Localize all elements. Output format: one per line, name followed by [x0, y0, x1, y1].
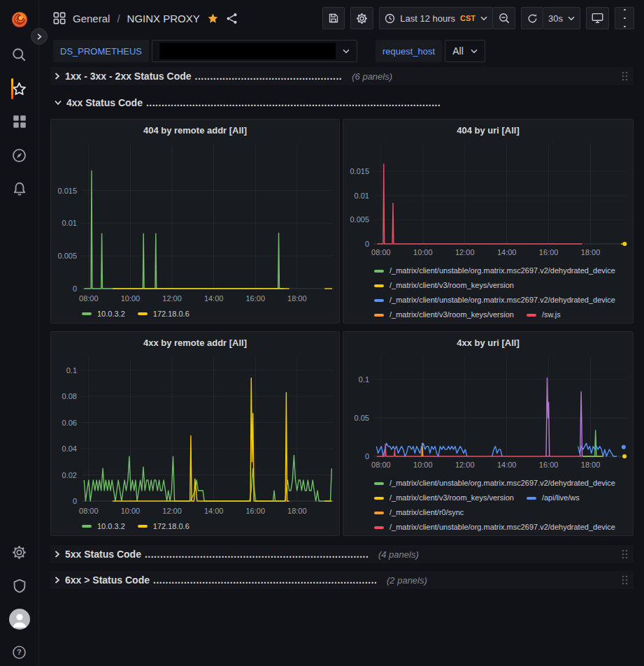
row-header-5xx[interactable]: 5xx Status Code ........................… [50, 545, 634, 563]
chevron-right-icon [55, 73, 60, 80]
save-icon [328, 13, 339, 24]
series-end-dot [622, 454, 627, 458]
refresh-button[interactable] [521, 7, 543, 29]
chart-canvas[interactable]: 00.0050.010.01508:0010:0012:0014:0016:00… [343, 140, 633, 261]
x-axis-tick-label: 08:00 [79, 294, 99, 303]
gear-icon [12, 545, 27, 560]
row-title-dots: ........................................… [145, 549, 368, 560]
sidebar-item-profile[interactable] [0, 605, 38, 633]
legend-swatch [374, 497, 384, 500]
sidebar-item-starred[interactable] [0, 75, 38, 103]
chevron-down-icon [343, 49, 350, 54]
sidebar-item-explore[interactable] [0, 141, 38, 169]
y-axis-tick-label: 0.05 [355, 414, 369, 422]
sidebar-expand-button[interactable] [31, 28, 48, 45]
chart-canvas[interactable]: 00.050.108:0010:0012:0014:0016:0018:00 [343, 353, 633, 473]
legend-item[interactable]: /_matrix/client/v3/room_keys/version [374, 491, 514, 505]
favorite-star-icon[interactable] [207, 13, 219, 24]
legend-item[interactable]: /sw.js [527, 307, 561, 321]
panel-title[interactable]: 404 by uri [All] [343, 120, 633, 140]
variable-dropdown-ds-prometheus[interactable] [152, 40, 357, 62]
x-axis-tick-label: 16:00 [245, 294, 265, 303]
legend-item[interactable]: /api/live/ws [527, 491, 580, 505]
legend-item[interactable]: /_matrix/client/unstable/org.matrix.msc2… [374, 476, 615, 491]
row-title: 1xx - 3xx - 2xx Status Code [65, 71, 192, 82]
legend-item[interactable]: 10.0.3.2 [82, 522, 125, 530]
breadcrumb-dashboard-title[interactable]: NGINX PROXY [127, 13, 200, 24]
time-range-picker[interactable]: Last 12 hours CST [379, 7, 493, 29]
time-range-label: Last 12 hours [400, 13, 455, 24]
row-title: 4xx Status Code [66, 97, 143, 108]
series-end-dot [622, 242, 627, 246]
zoom-out-time-button[interactable] [493, 7, 515, 29]
bell-icon [13, 182, 27, 196]
panel-title[interactable]: 4xx by uri [All] [343, 332, 633, 353]
row-header-1xx-3xx-2xx[interactable]: 1xx - 3xx - 2xx Status Code ............… [50, 67, 634, 85]
legend-swatch [374, 526, 384, 529]
y-axis-tick-label: 0.005 [350, 215, 369, 224]
legend-label: 172.18.0.6 [153, 522, 189, 530]
panel-legend: 10.0.3.2172.18.0.6 [82, 310, 339, 318]
dashboards-grid-icon [13, 115, 27, 129]
variable-label-request-host: request_host [375, 40, 442, 62]
sidebar-item-alerting[interactable] [0, 175, 38, 203]
legend-label: 172.18.0.6 [153, 310, 189, 318]
dashboard-settings-button[interactable] [350, 7, 373, 29]
grafana-logo[interactable] [0, 6, 38, 34]
breadcrumb-section[interactable]: General [73, 13, 110, 24]
legend-item[interactable]: /_matrix/client/unstable/org.matrix.msc2… [374, 520, 615, 533]
apps-grid-icon [53, 12, 66, 24]
avatar [9, 609, 30, 630]
chart-canvas[interactable]: 00.0050.010.01508:0010:0012:0014:0016:00… [51, 140, 339, 307]
tv-mode-button[interactable] [586, 7, 609, 29]
legend-item[interactable]: /_matrix/client/v3/room_keys/version [374, 278, 514, 293]
panel-title[interactable]: 4xx by remote addr [All] [51, 332, 339, 353]
y-axis-tick-label: 0.04 [62, 444, 77, 453]
variable-dropdown-request-host[interactable]: All [445, 40, 485, 62]
chevron-down-icon [55, 100, 62, 106]
panel-4xx-by-remote-addr: 4xx by remote addr [All]00.020.040.060.0… [50, 331, 340, 536]
row-header-6xx[interactable]: 6xx > Status Code ......................… [50, 571, 634, 589]
share-icon[interactable] [226, 13, 238, 24]
sidebar-item-server-admin[interactable] [0, 572, 38, 600]
x-axis-tick-label: 08:00 [371, 248, 391, 256]
chart-canvas[interactable]: 00.020.040.060.080.108:0010:0012:0014:00… [51, 353, 339, 519]
y-axis-tick-label: 0.015 [57, 187, 77, 195]
sidebar-item-dashboards[interactable] [0, 108, 38, 136]
row-drag-handle[interactable] [621, 71, 628, 85]
refresh-interval-picker[interactable]: 30s [543, 7, 580, 29]
legend-item[interactable]: /_matrix/client/r0/sync [374, 505, 464, 520]
sidebar-item-search[interactable] [0, 41, 38, 68]
sidebar-item-configuration[interactable] [0, 538, 38, 566]
dashboard-canvas: 1xx - 3xx - 2xx Status Code ............… [39, 66, 644, 666]
series-line [378, 164, 582, 244]
y-axis-tick-label: 0.01 [62, 219, 77, 227]
sidebar: ? [0, 0, 39, 666]
x-axis-tick-label: 10:00 [413, 248, 433, 256]
sidebar-item-help[interactable]: ? [0, 638, 38, 666]
legend-swatch [138, 312, 148, 315]
legend-item[interactable]: 10.0.3.2 [82, 310, 125, 318]
row-header-4xx[interactable]: 4xx Status Code ........................… [50, 94, 634, 112]
legend-swatch [138, 525, 148, 528]
save-dashboard-button[interactable] [322, 7, 345, 29]
panel-title[interactable]: 404 by remote addr [All] [51, 120, 339, 140]
legend-item[interactable]: 172.18.0.6 [138, 522, 189, 530]
legend-item[interactable]: /_matrix/client/v3/room_keys/version [374, 307, 514, 321]
refresh-group: 30s [521, 7, 580, 29]
x-axis-tick-label: 12:00 [455, 461, 475, 469]
zoom-out-icon [499, 13, 510, 24]
legend-label: /_matrix/client/v3/room_keys/version [389, 278, 514, 293]
legend-item[interactable]: /_matrix/client/unstable/org.matrix.msc2… [374, 263, 615, 278]
legend-item[interactable]: 172.18.0.6 [138, 310, 189, 318]
row-drag-handle[interactable] [621, 549, 628, 563]
legend-item[interactable]: /_matrix/client/unstable/org.matrix.msc2… [374, 293, 615, 307]
more-options-kebab-button[interactable] [615, 7, 634, 29]
row-drag-handle[interactable] [621, 574, 628, 588]
star-icon [12, 82, 27, 96]
chevron-down-icon [471, 49, 478, 54]
y-axis-tick-label: 0 [73, 284, 77, 293]
avatar-person-icon [9, 609, 30, 630]
legend-label: /_matrix/client/unstable/org.matrix.msc2… [389, 520, 615, 533]
legend-swatch [374, 284, 384, 287]
